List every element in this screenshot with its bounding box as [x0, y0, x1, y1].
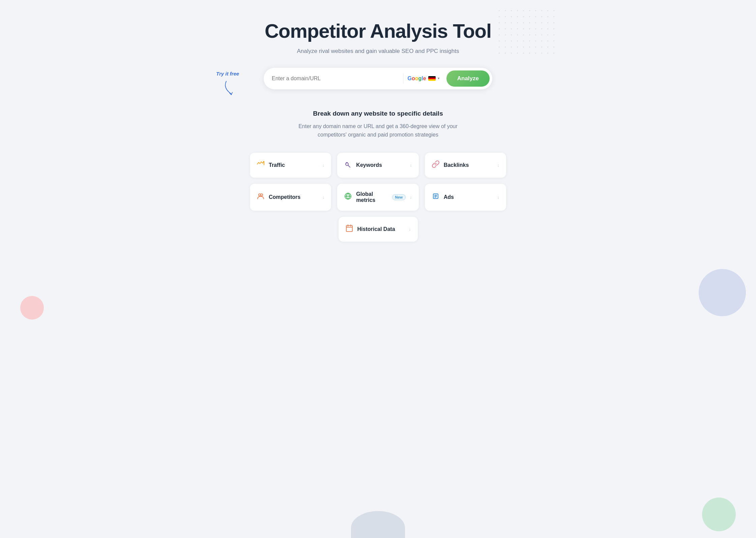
feature-cards-grid: Traffic ↓ Keywords ↓ Backlinks ↓ [250, 153, 506, 211]
card-chevron-backlinks: ↓ [497, 162, 499, 168]
card-chevron-traffic: ↓ [322, 162, 325, 168]
svg-rect-12 [346, 226, 352, 232]
card-traffic[interactable]: Traffic ↓ [250, 153, 331, 178]
bottom-card-row: Historical Data ↓ [233, 217, 523, 242]
ads-icon [432, 192, 440, 202]
historical-icon [345, 224, 353, 234]
card-label-historical-data: Historical Data [357, 226, 405, 232]
card-global-metrics[interactable]: Global metrics New ↓ [337, 184, 418, 211]
dots-decoration: const dotsContainer = document.querySele… [499, 10, 557, 56]
global-icon [344, 192, 352, 202]
google-logo: Google [408, 76, 426, 82]
card-label-traffic: Traffic [269, 162, 318, 168]
card-historical-data[interactable]: Historical Data ↓ [339, 217, 418, 242]
svg-line-2 [348, 165, 350, 167]
try-free-label[interactable]: Try it free [216, 71, 239, 77]
page-subtitle: Analyze rival websites and gain valuable… [233, 48, 523, 55]
chevron-down-icon: ▾ [438, 76, 440, 81]
card-label-global-metrics: Global metrics [356, 191, 388, 203]
competitors-icon [257, 192, 265, 202]
traffic-icon [257, 160, 265, 170]
breakdown-title: Break down any website to specific detai… [233, 110, 523, 117]
card-chevron-global-metrics: ↓ [410, 195, 412, 200]
card-label-backlinks: Backlinks [444, 162, 493, 168]
analyze-button[interactable]: Analyze [446, 70, 490, 87]
badge-new-global-metrics: New [392, 194, 406, 200]
card-competitors[interactable]: Competitors ↓ [250, 184, 331, 211]
search-bar: Google ▾ Analyze [263, 67, 493, 90]
decorative-circle-pink [20, 296, 44, 320]
search-engine-selector[interactable]: Google ▾ [403, 73, 444, 84]
card-label-ads: Ads [444, 194, 493, 200]
card-chevron-historical-data: ↓ [409, 227, 411, 232]
svg-point-6 [261, 194, 263, 196]
card-chevron-ads: ↓ [497, 195, 499, 200]
try-free-annotation: Try it free [216, 71, 240, 98]
card-chevron-competitors: ↓ [322, 195, 325, 200]
decorative-circle-green [702, 498, 736, 531]
domain-search-input[interactable] [272, 76, 403, 82]
card-label-keywords: Keywords [356, 162, 406, 168]
try-free-arrow-icon [220, 78, 240, 98]
card-backlinks[interactable]: Backlinks ↓ [425, 153, 506, 178]
keywords-icon [344, 160, 352, 170]
backlinks-icon [432, 160, 440, 170]
svg-line-3 [346, 162, 347, 163]
card-chevron-keywords: ↓ [410, 162, 412, 168]
decorative-circle-gray [351, 511, 405, 538]
germany-flag-icon [428, 76, 436, 81]
page-title: Competitor Analysis Tool [233, 20, 523, 42]
card-keywords[interactable]: Keywords ↓ [337, 153, 418, 178]
card-label-competitors: Competitors [269, 194, 318, 200]
breakdown-description: Enter any domain name or URL and get a 3… [284, 122, 472, 139]
decorative-circle-blue [699, 269, 746, 316]
card-ads[interactable]: Ads ↓ [425, 184, 506, 211]
